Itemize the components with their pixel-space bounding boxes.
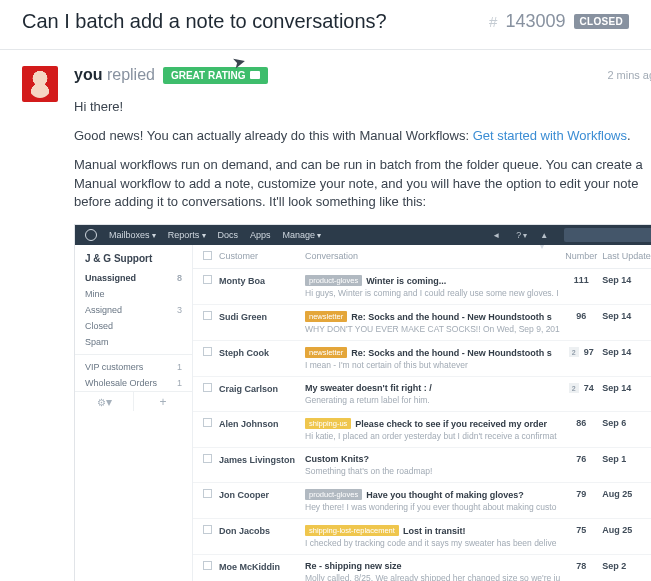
tag-badge: shipping-lost-replacement bbox=[305, 525, 399, 536]
last-updated: Aug 25 bbox=[602, 489, 651, 499]
subject: Custom Knits? bbox=[305, 454, 560, 464]
last-updated: Sep 14 bbox=[602, 275, 651, 285]
table-row[interactable]: Steph Cooknewsletter Re: Socks and the h… bbox=[193, 341, 651, 377]
last-updated: Sep 1 bbox=[602, 454, 651, 464]
sidebar-item[interactable]: Wholesale Orders1 bbox=[75, 375, 192, 391]
checkbox-icon[interactable] bbox=[203, 275, 212, 284]
subject: newsletter Re: Socks and the hound - New… bbox=[305, 311, 560, 322]
count-badge: 2 bbox=[569, 383, 579, 393]
reply-paragraph: Good news! You can actually already do t… bbox=[74, 127, 651, 146]
preview: Hi katie, I placed an order yesterday bu… bbox=[305, 431, 560, 441]
table-row[interactable]: Alen Johnsonshipping-us Please check to … bbox=[193, 412, 651, 448]
checkbox-icon[interactable] bbox=[203, 489, 212, 498]
table-row[interactable]: James LivingstonCustom Knits?Something t… bbox=[193, 448, 651, 483]
tag-badge: newsletter bbox=[305, 347, 347, 358]
header-meta: # 143009 CLOSED bbox=[489, 11, 629, 32]
sidebar-item[interactable]: Assigned3 bbox=[75, 302, 192, 318]
user-icon[interactable] bbox=[540, 229, 552, 241]
avatar bbox=[22, 66, 58, 102]
checkbox-icon[interactable] bbox=[203, 347, 212, 356]
last-updated: Sep 6 bbox=[602, 418, 651, 428]
rating-badge: GREAT RATING bbox=[163, 67, 268, 84]
gear-icon bbox=[97, 395, 106, 409]
table-row[interactable]: Moe McKiddinRe - shipping new sizeMolly … bbox=[193, 555, 651, 581]
preview: Generating a return label for him. bbox=[305, 395, 560, 405]
nav-reports[interactable]: Reports bbox=[168, 230, 206, 240]
sidebar-settings-button[interactable]: ▾ bbox=[75, 392, 134, 411]
last-updated: Sep 14 bbox=[602, 347, 651, 357]
preview: Molly called, 8/25. We already shipped h… bbox=[305, 573, 560, 581]
customer-name: James Livingston bbox=[219, 454, 305, 465]
sidebar-item[interactable]: Unassigned8 bbox=[75, 270, 192, 286]
shot-navbar: Mailboxes Reports Docs Apps Manage bbox=[75, 225, 651, 245]
last-updated: Sep 2 bbox=[602, 561, 651, 571]
nav-manage[interactable]: Manage bbox=[283, 230, 322, 240]
ticket-number: 143009 bbox=[505, 11, 565, 32]
tag-badge: shipping-us bbox=[305, 418, 351, 429]
tag-badge: newsletter bbox=[305, 311, 347, 322]
subject: product-gloves Winter is coming... bbox=[305, 275, 560, 286]
sidebar-add-button[interactable]: + bbox=[134, 392, 192, 411]
checkbox-icon[interactable] bbox=[203, 311, 212, 320]
subject: shipping-us Please check to see if you r… bbox=[305, 418, 560, 429]
preview: Something that's on the roadmap! bbox=[305, 466, 560, 476]
tag-badge: product-gloves bbox=[305, 275, 362, 286]
nav-mailboxes[interactable]: Mailboxes bbox=[109, 230, 156, 240]
app-logo-icon bbox=[85, 229, 97, 241]
table-header: Customer Conversation Number Last Update… bbox=[193, 245, 651, 269]
customer-name: Monty Boa bbox=[219, 275, 305, 286]
checkbox-icon[interactable] bbox=[203, 454, 212, 463]
subject: product-gloves Have you thought of makin… bbox=[305, 489, 560, 500]
ticket-number: 75 bbox=[560, 525, 602, 535]
reply-author: you replied bbox=[74, 66, 155, 84]
nav-docs[interactable]: Docs bbox=[218, 230, 239, 240]
workflows-link[interactable]: Get started with Workflows bbox=[473, 128, 627, 143]
checkbox-icon[interactable] bbox=[203, 383, 212, 392]
sidebar-item[interactable]: Mine bbox=[75, 286, 192, 302]
sidebar-item[interactable]: Spam bbox=[75, 334, 192, 350]
ticket-number: 274 bbox=[560, 383, 602, 393]
help-icon[interactable] bbox=[516, 229, 528, 241]
table-row[interactable]: Jon Cooperproduct-gloves Have you though… bbox=[193, 483, 651, 519]
table-row[interactable]: Sudi Greennewsletter Re: Socks and the h… bbox=[193, 305, 651, 341]
table-row[interactable]: Don Jacobsshipping-lost-replacement Lost… bbox=[193, 519, 651, 555]
count-badge: 2 bbox=[569, 347, 579, 357]
last-updated: Sep 14 bbox=[602, 311, 651, 321]
search-input[interactable] bbox=[564, 228, 651, 242]
preview: Hey there! I was wondering if you ever t… bbox=[305, 502, 560, 512]
col-customer: Customer bbox=[219, 251, 305, 262]
reply-time: 2 mins ago bbox=[607, 69, 651, 81]
sidebar-item[interactable]: Closed bbox=[75, 318, 192, 334]
reply-paragraph: Manual workflows run on demand, and can … bbox=[74, 156, 651, 213]
col-number: Number bbox=[560, 251, 602, 262]
ticket-number: 78 bbox=[560, 561, 602, 571]
ticket-hash: # bbox=[489, 13, 497, 30]
volume-icon[interactable] bbox=[492, 229, 504, 241]
embedded-screenshot: Mailboxes Reports Docs Apps Manage J & G… bbox=[74, 224, 651, 581]
reply-paragraph: Hi there! bbox=[74, 98, 651, 117]
sidebar-item[interactable]: VIP customers1 bbox=[75, 359, 192, 375]
checkbox-icon[interactable] bbox=[203, 525, 212, 534]
checkbox-icon[interactable] bbox=[203, 251, 212, 260]
preview: WHY DON'T YOU EVER MAKE CAT SOCKS!! On W… bbox=[305, 324, 560, 334]
customer-name: Don Jacobs bbox=[219, 525, 305, 536]
nav-apps[interactable]: Apps bbox=[250, 230, 271, 240]
col-conversation: Conversation bbox=[305, 251, 560, 262]
checkbox-icon[interactable] bbox=[203, 418, 212, 427]
customer-name: Craig Carlson bbox=[219, 383, 305, 394]
customer-name: Alen Johnson bbox=[219, 418, 305, 429]
subject: My sweater doesn't fit right : / bbox=[305, 383, 560, 393]
checkbox-icon[interactable] bbox=[203, 561, 212, 570]
sidebar: J & G Support Unassigned8MineAssigned3Cl… bbox=[75, 245, 193, 581]
status-badge: CLOSED bbox=[574, 14, 629, 29]
sidebar-title: J & G Support bbox=[75, 245, 192, 270]
ticket-number: 79 bbox=[560, 489, 602, 499]
preview: I checked by tracking code and it says m… bbox=[305, 538, 560, 548]
table-row[interactable]: Craig CarlsonMy sweater doesn't fit righ… bbox=[193, 377, 651, 412]
subject: newsletter Re: Socks and the hound - New… bbox=[305, 347, 560, 358]
page-title: Can I batch add a note to conversations? bbox=[22, 10, 387, 33]
tag-badge: product-gloves bbox=[305, 489, 362, 500]
customer-name: Sudi Green bbox=[219, 311, 305, 322]
ticket-number: 96 bbox=[560, 311, 602, 321]
table-row[interactable]: Monty Boaproduct-gloves Winter is coming… bbox=[193, 269, 651, 305]
